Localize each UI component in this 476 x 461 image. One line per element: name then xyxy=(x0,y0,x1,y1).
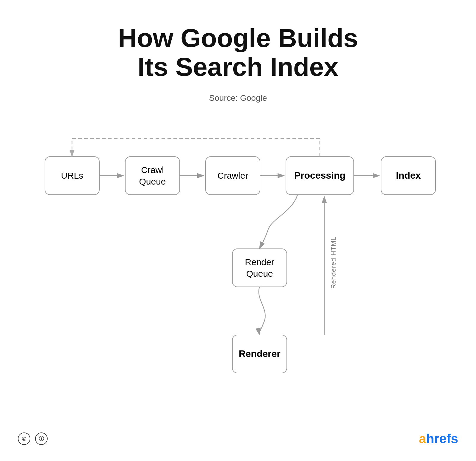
node-crawl-queue: Crawl Queue xyxy=(125,156,180,195)
node-crawler: Crawler xyxy=(205,156,260,195)
footer: © ⓘ ahrefs xyxy=(0,431,476,446)
ahrefs-hrefs: hrefs xyxy=(426,431,458,446)
node-processing: Processing xyxy=(286,156,354,195)
source-label: Source: Google xyxy=(209,93,267,103)
footer-icons: © ⓘ xyxy=(18,432,48,445)
page-title: How Google Builds Its Search Index xyxy=(104,24,372,81)
node-index: Index xyxy=(381,156,436,195)
cc-icon: © xyxy=(18,432,30,445)
node-renderer: Renderer xyxy=(232,335,287,373)
info-icon: ⓘ xyxy=(35,432,48,445)
ahrefs-a: a xyxy=(419,431,426,446)
rendered-html-label: Rendered HTML xyxy=(330,237,337,289)
node-render-queue: Render Queue xyxy=(232,248,287,287)
node-urls: URLs xyxy=(45,156,100,195)
page-container: How Google Builds Its Search Index Sourc… xyxy=(0,0,476,461)
diagram-area: URLs Crawl Queue Crawler Processing Inde… xyxy=(30,121,446,418)
ahrefs-logo: ahrefs xyxy=(419,431,458,446)
